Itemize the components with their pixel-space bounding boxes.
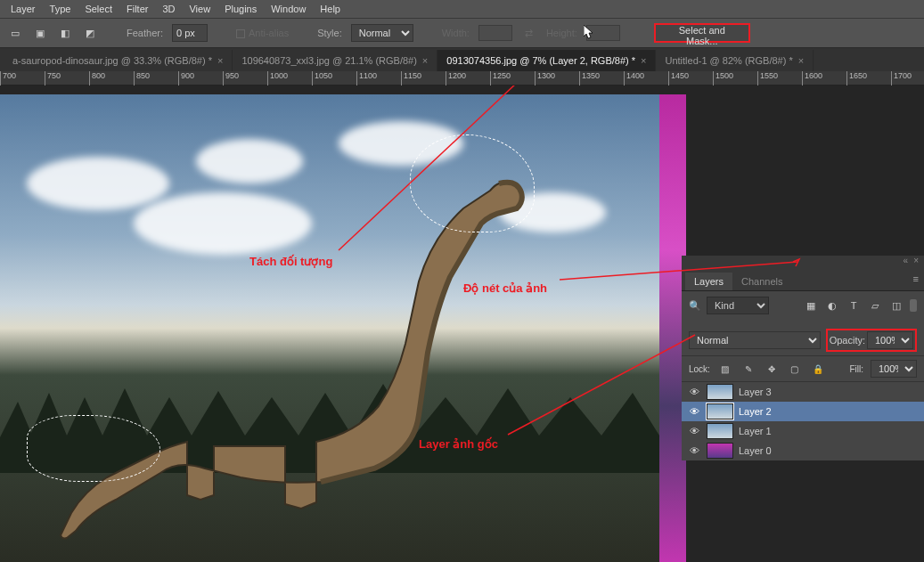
annotation-2: Độ nét của ảnh: [463, 281, 547, 295]
menu-plugins[interactable]: Plugins: [217, 4, 264, 14]
opacity-input[interactable]: 100%: [867, 331, 913, 349]
width-label: Width:: [442, 28, 470, 38]
filter-image-icon[interactable]: ▦: [803, 297, 819, 314]
collapse-icon[interactable]: «: [904, 256, 909, 268]
layers-panel: «× Layers Channels ≡ 🔍 Kind ▦ ◐ T ▱ ◫ No…: [682, 268, 924, 460]
filter-shape-icon[interactable]: ▱: [867, 297, 883, 314]
height-label: Height:: [546, 28, 577, 38]
annotation-1: Tách đối tượng: [249, 255, 332, 268]
annotation-3: Layer ảnh gốc: [419, 437, 498, 451]
menu-select[interactable]: Select: [78, 4, 119, 14]
close-icon[interactable]: ×: [798, 55, 804, 66]
lock-position-icon[interactable]: ✥: [764, 361, 780, 377]
canvas-area[interactable]: Tách đối tượng Độ nét của ảnh Layer ảnh …: [0, 86, 924, 562]
layer-row[interactable]: 👁Layer 1: [682, 421, 924, 441]
layer-filter-select[interactable]: Kind: [707, 297, 769, 314]
visibility-icon[interactable]: 👁: [687, 445, 701, 456]
select-and-mask-button[interactable]: Select and Mask...: [654, 23, 750, 43]
layer-row[interactable]: 👁Layer 0: [682, 441, 924, 460]
opacity-label: Opacity:: [830, 335, 865, 346]
intersect-selection-icon[interactable]: ◩: [82, 25, 98, 41]
fill-input[interactable]: 100%: [871, 360, 917, 378]
doc-tab-0[interactable]: a-sauropod-dinosaur.jpg @ 33.3% (RGB/8#)…: [4, 50, 233, 71]
panel-collapse-bar[interactable]: «×: [682, 256, 924, 268]
lock-pixels-icon[interactable]: ▨: [717, 361, 733, 377]
visibility-icon[interactable]: 👁: [687, 387, 701, 397]
document-image[interactable]: Tách đối tượng Độ nét của ảnh Layer ảnh …: [0, 94, 659, 562]
document-tabs: a-sauropod-dinosaur.jpg @ 33.3% (RGB/8#)…: [0, 48, 924, 71]
layer-row[interactable]: 👁Layer 3: [682, 382, 924, 402]
lock-artboard-icon[interactable]: ▢: [787, 361, 803, 377]
close-icon[interactable]: ×: [422, 55, 428, 66]
style-select[interactable]: Normal: [351, 24, 413, 42]
options-bar: ▭ ▣ ◧ ◩ Feather: Anti-alias Style: Norma…: [0, 18, 924, 48]
lock-brush-icon[interactable]: ✎: [740, 361, 756, 377]
new-selection-icon[interactable]: ▭: [7, 25, 23, 41]
mouse-cursor: [584, 25, 596, 41]
horizontal-ruler: 7007508008509009501000105011001150120012…: [0, 71, 924, 86]
visibility-icon[interactable]: 👁: [687, 426, 701, 436]
menu-view[interactable]: View: [182, 4, 217, 14]
menu-type[interactable]: Type: [43, 4, 78, 14]
filter-adjust-icon[interactable]: ◐: [824, 297, 840, 314]
menu-layer[interactable]: Layer: [4, 4, 43, 14]
lock-all-icon[interactable]: 🔒: [810, 361, 826, 377]
lock-label: Lock:: [689, 364, 710, 374]
style-label: Style:: [317, 28, 342, 38]
feather-input[interactable]: [172, 24, 208, 42]
add-selection-icon[interactable]: ▣: [32, 25, 48, 41]
doc-tab-3[interactable]: Untitled-1 @ 82% (RGB/8#) *×: [656, 50, 814, 71]
layers-tab[interactable]: Layers: [685, 273, 732, 290]
close-icon[interactable]: ×: [641, 55, 646, 66]
layer-row[interactable]: 👁Layer 2: [682, 402, 924, 421]
menu-help[interactable]: Help: [313, 4, 348, 14]
menu-window[interactable]: Window: [264, 4, 313, 14]
filter-smart-icon[interactable]: ◫: [888, 297, 904, 314]
fill-label: Fill:: [849, 364, 863, 374]
filter-type-icon[interactable]: T: [846, 297, 862, 314]
swap-icon: ⇄: [521, 25, 537, 41]
panel-menu-icon[interactable]: ≡: [913, 273, 919, 284]
blend-mode-select[interactable]: Normal: [689, 331, 821, 349]
close-icon[interactable]: ×: [217, 55, 223, 66]
menu-3d[interactable]: 3D: [155, 4, 182, 14]
doc-tab-2[interactable]: 0913074356.jpg @ 7% (Layer 2, RGB/8#) *×: [437, 50, 656, 71]
main-menu-bar: Layer Type Select Filter 3D View Plugins…: [0, 0, 924, 18]
close-icon[interactable]: ×: [913, 256, 919, 268]
channels-tab[interactable]: Channels: [732, 273, 791, 290]
doc-tab-1[interactable]: 109640873_xxl3.jpg @ 21.1% (RGB/8#)×: [233, 50, 437, 71]
visibility-icon[interactable]: 👁: [687, 406, 701, 417]
subtract-selection-icon[interactable]: ◧: [57, 25, 73, 41]
layer-list: 👁Layer 3 👁Layer 2 👁Layer 1 👁Layer 0: [682, 382, 924, 460]
antialias-checkbox: Anti-alias: [236, 28, 289, 38]
menu-filter[interactable]: Filter: [119, 4, 155, 14]
width-input: [478, 25, 512, 41]
feather-label: Feather:: [127, 28, 163, 38]
selection-marquee-tail: [27, 415, 160, 482]
